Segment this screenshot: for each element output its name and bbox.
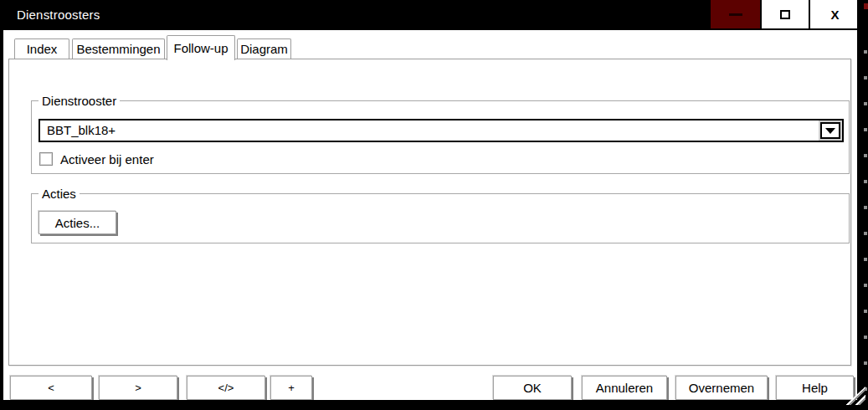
activeer-bij-enter-label: Activeer bij enter xyxy=(60,152,154,167)
window-title: Dienstroosters xyxy=(17,0,100,30)
help-button[interactable]: Help xyxy=(776,376,854,400)
tab-index[interactable]: Index xyxy=(14,38,69,59)
annuleren-button[interactable]: Annuleren xyxy=(582,376,667,400)
dialog-window: Dienstroosters X Index Bestemmingen Foll… xyxy=(0,0,868,410)
close-button[interactable]: X xyxy=(809,0,860,28)
close-icon: X xyxy=(830,8,839,22)
tab-diagram[interactable]: Diagram xyxy=(237,38,291,59)
previous-button[interactable]: < xyxy=(10,376,92,400)
screen-edge-strip xyxy=(857,0,868,410)
minimize-icon xyxy=(729,13,742,16)
dienstrooster-combobox-value: BBT_blk18+ xyxy=(47,120,116,141)
chevron-down-icon xyxy=(825,128,835,134)
activeer-bij-enter-checkbox[interactable] xyxy=(39,152,53,166)
prev-next-button[interactable]: </> xyxy=(187,376,265,400)
next-button[interactable]: > xyxy=(99,376,177,400)
tab-follow-up[interactable]: Follow-up xyxy=(167,35,235,60)
activeer-bij-enter-checkbox-row[interactable]: Activeer bij enter xyxy=(39,151,154,167)
bottom-edge-strip xyxy=(0,400,868,410)
maximize-icon xyxy=(780,10,790,19)
acties-groupbox: Acties Acties... xyxy=(31,193,850,243)
titlebar: Dienstroosters X xyxy=(0,0,868,30)
dienstrooster-groupbox: Dienstrooster BBT_blk18+ Activeer bij en… xyxy=(31,100,850,174)
tab-strip: Index Bestemmingen Follow-up Diagram xyxy=(14,35,291,60)
dialog-body: Index Bestemmingen Follow-up Diagram Die… xyxy=(3,30,857,400)
tab-bestemmingen[interactable]: Bestemmingen xyxy=(72,38,165,59)
dienstrooster-group-label: Dienstrooster xyxy=(39,94,120,108)
acties-button[interactable]: Acties... xyxy=(39,211,116,234)
edge-tick xyxy=(864,3,868,9)
maximize-button[interactable] xyxy=(762,0,809,28)
add-button[interactable]: + xyxy=(270,376,312,400)
acties-group-label: Acties xyxy=(39,187,80,201)
overnemen-button[interactable]: Overnemen xyxy=(675,376,768,400)
dienstrooster-combobox[interactable]: BBT_blk18+ xyxy=(39,119,844,142)
edge-ticks xyxy=(864,50,867,402)
ok-button[interactable]: OK xyxy=(493,376,572,400)
minimize-button[interactable] xyxy=(711,0,760,28)
tab-panel-follow-up: Dienstrooster BBT_blk18+ Activeer bij en… xyxy=(8,59,851,366)
combobox-dropdown-button[interactable] xyxy=(820,122,840,139)
